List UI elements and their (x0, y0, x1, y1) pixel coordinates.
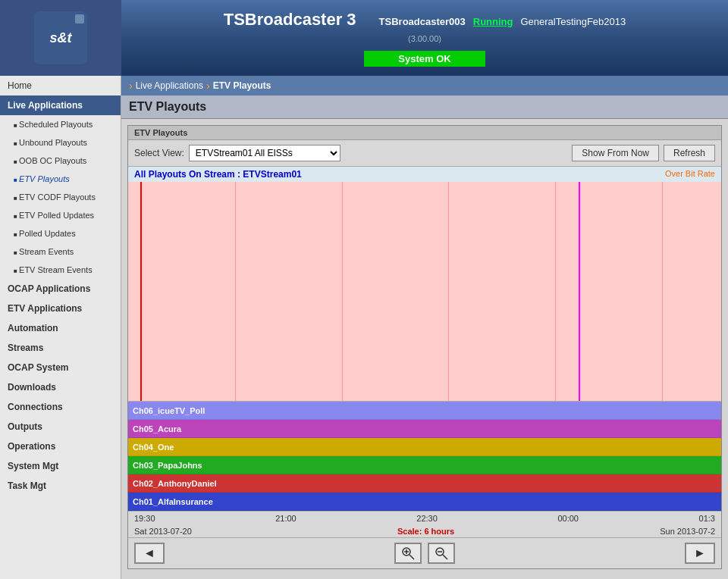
svg-line-1 (410, 555, 414, 559)
logo-box: s&t (34, 11, 87, 64)
channel-row-ch03: Ch03_PapaJohns (128, 456, 721, 474)
channel-row-ch06: Ch06_icueTV_Poll (128, 402, 721, 420)
select-view-label: Select View: (134, 148, 184, 158)
breadcrumb-current: ETV Playouts (213, 80, 271, 91)
stream-label: All Playouts On Stream : ETVStream01 (134, 169, 302, 180)
date-left: Sat 2013-07-20 (134, 527, 192, 536)
running-status: Running (473, 16, 513, 27)
sidebar-item-operations[interactable]: Operations (0, 437, 121, 456)
sidebar-item-outputs[interactable]: Outputs (0, 417, 121, 437)
logo-text: s&t (49, 30, 71, 46)
time-013: 01:3 (699, 514, 715, 523)
sidebar-item-connections[interactable]: Connections (0, 397, 121, 417)
channel-row-ch04: Ch04_One (128, 438, 721, 456)
channel-row-ch01: Ch01_AlfaInsurance (128, 493, 721, 511)
time-1930: 19:30 (134, 514, 155, 523)
sidebar-item-downloads[interactable]: Downloads (0, 377, 121, 397)
sidebar-section-live-applications[interactable]: Live Applications (0, 95, 121, 115)
channel-row-ch02: Ch02_AnthonyDaniel (128, 474, 721, 493)
next-button[interactable]: ► (685, 543, 715, 564)
zoom-in-button[interactable] (394, 543, 422, 564)
page-title: ETV Playouts (121, 95, 728, 119)
zoom-in-icon (400, 546, 416, 561)
zoom-out-icon (434, 546, 449, 561)
profile-name: GeneralTestingFeb2013 (520, 16, 626, 27)
scale-label: Scale: 6 hours (192, 527, 660, 536)
date-right: Sun 2013-07-2 (660, 527, 715, 536)
time-0000: 00:00 (557, 514, 579, 523)
breadcrumb: › Live Applications › ETV Playouts (121, 76, 728, 95)
sidebar-item-stream-events[interactable]: Stream Events (0, 243, 121, 261)
sidebar-item-etv-polled-updates[interactable]: ETV Polled Updates (0, 206, 121, 224)
sidebar-item-ocap-system[interactable]: OCAP System (0, 358, 121, 377)
sidebar-item-etv-applications[interactable]: ETV Applications (0, 299, 121, 318)
sidebar-item-unbound-playouts[interactable]: Unbound Playouts (0, 133, 121, 152)
sidebar-item-oob-oc-playouts[interactable]: OOB OC Playouts (0, 152, 121, 170)
app-title: TSBroadcaster 3 (224, 10, 356, 30)
chart-area (128, 182, 721, 402)
sidebar-item-etv-codf-playouts[interactable]: ETV CODF Playouts (0, 188, 121, 206)
zoom-out-button[interactable] (428, 543, 455, 564)
over-bit-rate-label: Over Bit Rate (665, 169, 715, 180)
sidebar-item-task-mgt[interactable]: Task Mgt (0, 476, 121, 496)
channel-row-ch05: Ch05_Acura (128, 420, 721, 438)
system-status: System OK (364, 51, 485, 67)
prev-button[interactable]: ◄ (134, 543, 165, 564)
svg-line-5 (443, 555, 447, 559)
date-row: Sat 2013-07-20 Scale: 6 hours Sun 2013-0… (128, 525, 721, 537)
logo-area: s&t (0, 0, 121, 76)
server-name: TSBroadcaster003 (379, 16, 466, 27)
nav-controls: ◄ (128, 537, 721, 568)
channel-rows: Ch06_icueTV_Poll Ch05_Acura Ch04_One Ch0… (128, 402, 721, 511)
time-2230: 22:30 (416, 514, 438, 523)
sidebar-item-home[interactable]: Home (0, 76, 121, 95)
time-2100: 21:00 (275, 514, 297, 523)
app-version: (3.00.00) (408, 34, 441, 43)
refresh-button[interactable]: Refresh (664, 145, 715, 161)
sidebar-item-automation[interactable]: Automation (0, 318, 121, 338)
select-view-dropdown[interactable]: ETVStream01 All EISSs (189, 145, 340, 161)
timeline-axis: 19:30 21:00 22:30 00:00 01:3 (128, 511, 721, 525)
breadcrumb-live-applications[interactable]: Live Applications (136, 80, 203, 91)
etv-panel-title: ETV Playouts (128, 126, 721, 140)
sidebar-item-scheduled-playouts[interactable]: Scheduled Playouts (0, 115, 121, 133)
sidebar-item-polled-updates[interactable]: Polled Updates (0, 224, 121, 243)
sidebar-item-streams[interactable]: Streams (0, 338, 121, 358)
sidebar-item-ocap-applications[interactable]: OCAP Applications (0, 279, 121, 299)
show-from-button[interactable]: Show From Now (572, 145, 659, 161)
sidebar-item-system-mgt[interactable]: System Mgt (0, 456, 121, 476)
sidebar-item-etv-stream-events[interactable]: ETV Stream Events (0, 261, 121, 279)
sidebar-item-etv-playouts[interactable]: ETV Playouts (0, 170, 121, 188)
